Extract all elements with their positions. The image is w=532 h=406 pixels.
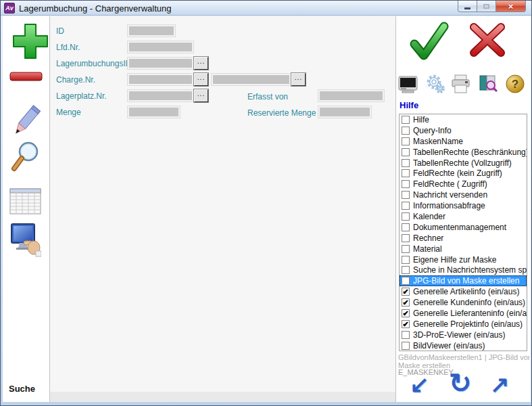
lagerumbuchungsid-input[interactable] — [128, 58, 193, 69]
checkbox[interactable] — [402, 331, 410, 339]
id-input[interactable] — [128, 25, 175, 37]
minimize-button[interactable] — [458, 1, 477, 12]
lagerplatznr-browse-button[interactable]: ... — [194, 89, 208, 102]
chargenr-input-2[interactable] — [212, 74, 291, 85]
checklist-item[interactable]: ✔Generelle Kundeninfo (ein/aus) — [400, 297, 527, 308]
checkbox[interactable]: ✔ — [402, 320, 410, 328]
confirm-button[interactable] — [408, 21, 450, 64]
checklist-item[interactable]: Eigene Hilfe zur Maske — [400, 254, 527, 265]
cancel-button[interactable] — [468, 22, 507, 60]
forward-button[interactable]: ↗ — [490, 371, 510, 398]
checklist-item[interactable]: Rechner — [400, 233, 527, 244]
refresh-button[interactable]: ↻ — [449, 367, 472, 399]
checklist-item-label: JPG-Bild von Maske erstellen — [413, 276, 519, 286]
touch-screen-button[interactable] — [9, 223, 41, 260]
checkbox[interactable] — [402, 245, 410, 253]
delete-button[interactable] — [9, 70, 44, 85]
chargenr-input[interactable] — [128, 74, 193, 85]
checkbox[interactable] — [402, 266, 410, 274]
checklist-item[interactable]: Dokumentenmanagement — [400, 222, 527, 233]
checkbox[interactable] — [402, 180, 410, 188]
checkbox[interactable] — [402, 277, 410, 285]
checklist-item[interactable]: 3D-ProE-Viewer (ein/aus) — [400, 330, 527, 340]
refresh-icon: ↻ — [449, 368, 472, 398]
checkbox[interactable] — [402, 212, 410, 221]
checkbox[interactable] — [402, 148, 410, 156]
checklist-item[interactable]: Query-Info — [400, 125, 527, 136]
checkbox[interactable] — [402, 256, 410, 264]
status-strip — [50, 392, 395, 402]
checklist-item[interactable]: TabellenRechte (Beschränkung) — [400, 147, 527, 158]
checkbox[interactable]: ✔ — [402, 288, 410, 296]
checklist-item[interactable]: FeldRechte (kein Zugriff) — [400, 168, 527, 179]
checklist-item[interactable]: ✔Generelle Lieferanteninfo (ein/aus) — [400, 308, 527, 319]
checklist-item[interactable]: Kalender — [400, 211, 527, 222]
checklist-item-label: Informationsabfrage — [413, 201, 485, 210]
minus-icon — [9, 70, 44, 83]
menge-input[interactable] — [128, 106, 180, 118]
checkbox[interactable] — [402, 159, 410, 167]
checklist-item[interactable]: Hilfe — [400, 114, 527, 125]
magnifier-icon — [9, 141, 41, 173]
lagerumbuchungsid-browse-button[interactable]: ... — [194, 57, 208, 70]
checklist-item[interactable]: Informationsabfrage — [400, 200, 527, 211]
checklist-item[interactable]: JPG-Bild von Maske erstellen — [400, 275, 527, 286]
checkbox[interactable] — [402, 234, 410, 242]
checklist-item[interactable]: MaskenName — [400, 136, 527, 147]
checklist-item[interactable]: Nachricht versenden — [400, 189, 527, 200]
lfdnr-input[interactable] — [128, 41, 193, 53]
checklist-item[interactable]: FeldRechte ( Zugriff) — [400, 179, 527, 189]
arrow-up-right-icon: ↗ — [490, 371, 510, 397]
checkbox[interactable] — [402, 342, 410, 350]
checkbox[interactable] — [402, 202, 410, 210]
back-button[interactable]: ↙ — [410, 371, 429, 398]
maximize-icon — [483, 4, 489, 9]
checkbox[interactable] — [402, 223, 410, 231]
checklist-item[interactable]: Material — [400, 244, 527, 254]
close-button[interactable]: × — [495, 1, 526, 12]
checkbox[interactable] — [402, 127, 410, 135]
window-controls: × — [458, 1, 526, 12]
search-button[interactable] — [9, 141, 41, 175]
field-label-reservierte-menge: Reservierte Menge — [247, 108, 316, 118]
chargenr-browse-button[interactable]: ... — [194, 73, 208, 86]
erfasst-von-input[interactable] — [318, 90, 384, 102]
checklist-item[interactable]: Suche in Nachrichtensystem speichern — [400, 265, 527, 275]
checkbox[interactable]: ✔ — [402, 309, 410, 317]
checklist-item[interactable]: TabellenRechte (Vollzugriff) — [400, 158, 527, 168]
checklist-item-label: FeldRechte ( Zugriff) — [413, 179, 487, 189]
help-checklist[interactable]: HilfeQuery-InfoMaskenNameTabellenRechte … — [399, 114, 527, 351]
chargenr-browse-button-2[interactable]: ... — [291, 73, 306, 86]
doc-search-button[interactable] — [478, 74, 498, 96]
help-button[interactable]: ? — [506, 74, 525, 95]
minimize-icon — [464, 7, 470, 9]
checklist-item-label: Nachricht versenden — [413, 190, 487, 200]
print-button[interactable] — [451, 74, 471, 97]
settings-button[interactable] — [425, 74, 445, 97]
checklist-item-label: Dokumentenmanagement — [413, 223, 506, 232]
plus-icon — [11, 21, 50, 63]
checkbox[interactable] — [402, 169, 410, 177]
edit-button[interactable] — [10, 104, 41, 141]
checklist-item-label: MaskenName — [413, 137, 463, 146]
screen-button[interactable] — [398, 75, 418, 96]
checkbox[interactable] — [402, 137, 410, 145]
x-icon — [468, 22, 507, 58]
checklist-item-label: Generelle Kundeninfo (ein/aus) — [413, 298, 525, 307]
printer-icon — [451, 74, 471, 95]
checklist-item[interactable]: ✔Generelle Projektinfo (ein/aus) — [400, 319, 527, 330]
field-label-lfdnr: Lfd.Nr. — [56, 43, 80, 52]
checklist-item-label: FeldRechte (kein Zugriff) — [413, 168, 502, 178]
checklist-item[interactable]: ✔Generelle Artikelinfo (ein/aus) — [400, 286, 527, 297]
checklist-item[interactable]: BildViewer (ein/aus) — [400, 340, 527, 351]
checklist-item-label: Hilfe — [413, 115, 429, 125]
list-view-button[interactable] — [9, 188, 42, 217]
reservierte-menge-input[interactable] — [318, 106, 371, 118]
add-button[interactable] — [11, 21, 50, 65]
checkbox[interactable] — [402, 191, 410, 199]
field-label-erfasst-von: Erfasst von — [247, 92, 288, 102]
lagerplatznr-input[interactable] — [128, 90, 193, 102]
checklist-item-label: Material — [413, 244, 442, 254]
checkbox[interactable]: ✔ — [402, 298, 410, 307]
checkbox[interactable] — [402, 116, 410, 124]
